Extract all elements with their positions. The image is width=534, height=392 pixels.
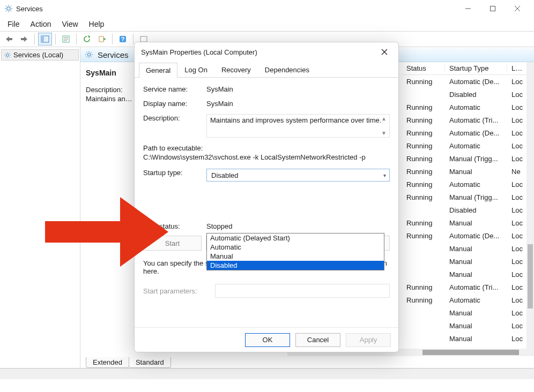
table-row[interactable]: RunningManual (Trigg...Loc — [402, 152, 534, 165]
vertical-scrollbar[interactable] — [526, 62, 534, 356]
minimize-button[interactable] — [456, 1, 480, 16]
table-row[interactable]: RunningAutomaticLoc — [402, 293, 534, 306]
ok-button[interactable]: OK — [245, 333, 290, 347]
cell-startup: Automatic (De... — [445, 232, 507, 240]
tree-item-services-local[interactable]: Services (Local) — [1, 49, 79, 61]
menu-action[interactable]: Action — [25, 20, 57, 28]
cell-startup: Automatic — [445, 180, 507, 189]
gear-icon — [85, 50, 93, 59]
description-field-label: Description: — [143, 114, 206, 122]
maximize-button[interactable] — [480, 1, 505, 16]
tree-pane: Services (Local) — [0, 47, 80, 368]
cancel-button[interactable]: Cancel — [295, 333, 340, 347]
col-status[interactable]: Status — [402, 64, 445, 72]
cell-status: Running — [402, 180, 445, 189]
cell-logon: Loc — [507, 232, 529, 240]
cell-logon: Loc — [507, 245, 529, 253]
svg-point-0 — [7, 7, 10, 10]
help-button[interactable]: ? — [116, 33, 130, 46]
start-parameters-label: Start parameters: — [143, 287, 211, 295]
table-row[interactable]: RunningAutomatic (De...Loc — [402, 75, 534, 88]
app-icon — [4, 4, 13, 13]
table-row[interactable]: RunningAutomaticLoc — [402, 101, 534, 114]
col-logon[interactable]: Lo… — [507, 64, 529, 72]
table-row[interactable]: RunningAutomaticLoc — [402, 178, 534, 191]
bottom-tabs: Extended Standard — [80, 356, 534, 368]
menu-file[interactable]: File — [2, 20, 25, 28]
dialog-title: SysMain Properties (Local Computer) — [141, 48, 257, 56]
service-name-label: Service name: — [143, 85, 206, 93]
table-row[interactable]: DisabledLoc — [402, 88, 534, 101]
column-headers: Status Startup Type Lo… — [402, 62, 534, 75]
cell-logon: Loc — [507, 193, 529, 201]
refresh-button[interactable] — [80, 33, 94, 46]
table-row[interactable]: RunningManualLoc — [402, 216, 534, 229]
table-row[interactable]: ManualLoc — [402, 306, 534, 319]
back-button[interactable] — [2, 33, 16, 46]
table-row[interactable]: ManualLoc — [402, 319, 534, 332]
cell-logon: Loc — [507, 180, 529, 189]
tab-extended[interactable]: Extended — [86, 357, 129, 368]
tab-standard[interactable]: Standard — [129, 357, 171, 368]
startup-type-value: Disabled — [211, 171, 239, 179]
dropdown-option-manual[interactable]: Manual — [207, 252, 384, 261]
table-row[interactable]: RunningAutomatic (De...Loc — [402, 229, 534, 242]
svg-point-10 — [87, 53, 90, 56]
cell-logon: Loc — [507, 309, 529, 317]
properties-button[interactable] — [59, 33, 73, 46]
cell-startup: Manual (Trigg... — [445, 193, 507, 201]
dropdown-option-automatic[interactable]: Automatic — [207, 243, 384, 252]
cell-logon: Loc — [507, 116, 529, 124]
description-box[interactable]: Maintains and improves system performanc… — [206, 114, 390, 138]
display-name-label: Display name: — [143, 100, 206, 108]
table-row[interactable]: RunningAutomaticLoc — [402, 139, 534, 152]
svg-rect-5 — [99, 36, 103, 42]
cell-startup: Disabled — [445, 206, 507, 214]
apply-button[interactable]: Apply — [346, 333, 391, 347]
menu-help[interactable]: Help — [84, 20, 110, 28]
close-button[interactable] — [505, 1, 530, 16]
chevron-down-icon: ▾ — [383, 172, 386, 178]
menu-view[interactable]: View — [56, 20, 83, 28]
table-row[interactable]: DisabledLoc — [402, 203, 534, 216]
tab-dependencies[interactable]: Dependencies — [258, 62, 316, 77]
cell-logon: Loc — [507, 322, 529, 330]
table-row[interactable]: ManualLoc — [402, 332, 534, 345]
scroll-down-icon[interactable]: ▼ — [380, 130, 388, 136]
table-row[interactable]: RunningAutomatic (Tri...Loc — [402, 114, 534, 126]
table-row[interactable]: RunningAutomatic (Tri...Loc — [402, 281, 534, 293]
dialog-titlebar: SysMain Properties (Local Computer) — [135, 42, 398, 62]
path-value: C:\Windows\system32\svchost.exe -k Local… — [143, 153, 390, 161]
display-name-value: SysMain — [206, 100, 233, 108]
startup-type-select[interactable]: Disabled ▾ — [206, 169, 390, 182]
show-hide-tree-button[interactable] — [38, 33, 52, 46]
start-button[interactable]: Start — [143, 236, 202, 251]
tab-logon[interactable]: Log On — [177, 62, 214, 77]
gear-icon — [4, 51, 11, 59]
cell-logon: Loc — [507, 206, 529, 214]
scroll-up-icon[interactable]: ▲ — [380, 116, 388, 122]
table-row[interactable]: RunningManual (Trigg...Loc — [402, 191, 534, 203]
dropdown-option-auto-delayed[interactable]: Automatic (Delayed Start) — [207, 233, 384, 243]
forward-button[interactable] — [17, 33, 31, 46]
start-parameters-input[interactable] — [215, 284, 390, 298]
tab-general[interactable]: General — [139, 63, 177, 78]
cell-status: Running — [402, 296, 445, 304]
startup-type-dropdown: Automatic (Delayed Start) Automatic Manu… — [206, 233, 384, 270]
export-button[interactable] — [95, 33, 109, 46]
col-startup[interactable]: Startup Type — [445, 64, 507, 72]
tab-recovery[interactable]: Recovery — [214, 62, 258, 77]
table-row[interactable]: RunningManualNe — [402, 165, 534, 178]
dropdown-option-disabled[interactable]: Disabled — [207, 261, 384, 270]
cell-logon: Ne — [507, 168, 529, 176]
table-row[interactable]: ManualLoc — [402, 242, 534, 255]
dialog-close-button[interactable] — [377, 44, 392, 59]
table-row[interactable]: ManualLoc — [402, 255, 534, 268]
table-row[interactable]: RunningAutomatic (De...Loc — [402, 126, 534, 139]
table-row[interactable]: ManualLoc — [402, 268, 534, 281]
cell-logon: Loc — [507, 142, 529, 150]
startup-type-label: Startup type: — [143, 169, 206, 177]
cell-startup: Manual — [445, 258, 507, 266]
dialog-body: Service name: SysMain Display name: SysM… — [135, 78, 398, 327]
cell-logon: Loc — [507, 258, 529, 266]
